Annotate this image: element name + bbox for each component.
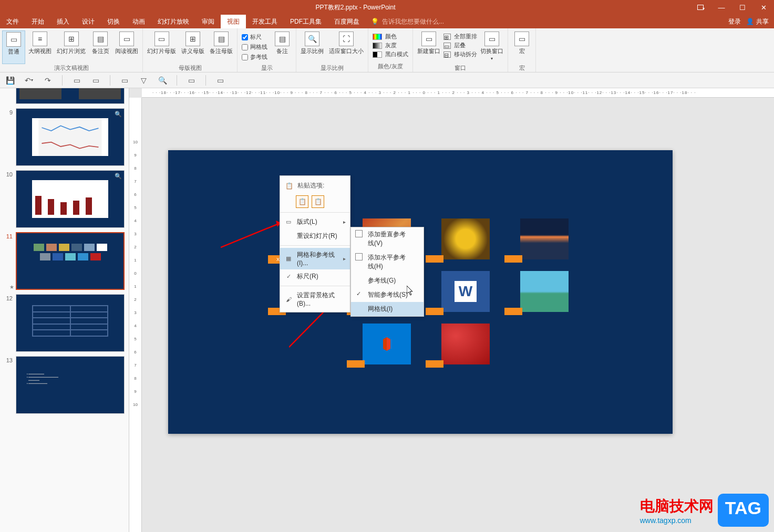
slide-sorter-button[interactable]: ⊞幻灯片浏览 [55,30,88,64]
notes-master-icon: ▤ [214,32,229,46]
menu-layout[interactable]: ▭ 版式(L) ▸ [280,215,350,229]
submenu-add-vertical[interactable]: 添加垂直参考线(V) [351,227,424,251]
handout-master-button[interactable]: ⊞讲义母版 [179,30,207,64]
notes-page-button[interactable]: ▤备注页 [89,30,112,64]
tab-home[interactable]: 开始 [25,15,50,28]
move-split-button[interactable]: ⊟移动拆分 [443,50,477,58]
cascade-button[interactable]: ▭层叠 [443,41,477,49]
fit-window-button[interactable]: ⛶适应窗口大小 [327,30,366,64]
tell-me-search[interactable]: 💡 告诉我您想要做什么... [366,15,449,28]
slide-tag[interactable] [426,360,443,368]
slide-image[interactable] [520,271,569,312]
zoom-icon: 🔍 [305,32,319,46]
tab-review[interactable]: 审阅 [195,15,221,28]
tab-developer[interactable]: 开发工具 [246,15,284,28]
paste-option-1[interactable]: 📋 [296,195,308,208]
slide-image[interactable] [441,218,490,259]
slide-image-office[interactable] [363,324,411,364]
login-button[interactable]: 登录 [728,17,741,26]
tab-animations[interactable]: 动画 [126,15,151,28]
slide-thumb-10[interactable]: 10 🔍 [0,168,129,230]
slide-thumb-13[interactable]: 13 • ━━━━━━━━━━• ━━━━━━━━━━━━━━━━━━━ ━━━… [0,354,129,416]
tab-pdf-tools[interactable]: PDF工具集 [284,15,328,28]
slide-master-button[interactable]: ▭幻灯片母版 [145,30,178,64]
undo-button[interactable]: ↶▾ [24,76,34,85]
zoom-icon: 🔍 [115,111,122,118]
redo-button[interactable]: ↷ [43,76,53,85]
vertical-ruler[interactable]: 10987654321012345678910 [129,98,142,532]
arrange-all-button[interactable]: ⊞全部重排 [443,33,477,40]
notes-button[interactable]: ▤备注 [271,30,294,64]
paste-option-2[interactable]: 📋 [312,195,324,208]
submenu-guides[interactable]: 参考线(G) [351,274,424,288]
slide-tag[interactable] [504,308,522,315]
qat-item-1[interactable]: ▭ [72,76,81,85]
ribbon-options-icon[interactable]: ▾ [690,0,711,15]
outline-view-button[interactable]: ≡大纲视图 [26,30,54,64]
save-button[interactable]: 💾 [5,76,15,85]
slide-thumb-8[interactable] [0,88,129,106]
slide-thumb-11[interactable]: 11 ★ [0,230,129,292]
group-zoom: 🔍显示比例 ⛶适应窗口大小 显示比例 [296,28,368,72]
guides-checkbox[interactable]: 参考线 [240,53,270,61]
tab-insert[interactable]: 插入 [50,15,76,28]
chevron-right-icon: ▸ [343,219,346,225]
slide-image-word[interactable]: W [441,271,490,312]
slide-thumb-12[interactable]: 12 [0,292,129,354]
macro-button[interactable]: ▭宏 [510,30,533,64]
submenu-gridlines[interactable]: 网格线(I) [351,302,424,316]
watermark: 电脑技术网 www.tagxp.com TAG [640,494,769,527]
slide-tag[interactable] [504,255,522,263]
slide-tag[interactable] [426,255,443,263]
notes-master-button[interactable]: ▤备注母版 [208,30,235,64]
tab-baidu[interactable]: 百度网盘 [328,15,366,28]
slide-tag[interactable] [426,308,443,315]
minimize-button[interactable]: — [711,0,732,15]
share-button[interactable]: 👤共享 [746,17,769,26]
menubar: 文件 开始 插入 设计 切换 动画 幻灯片放映 审阅 视图 开发工具 PDF工具… [0,15,774,28]
canvas-area[interactable]: XX 图表标题 小明小工 W [142,98,774,532]
menu-ruler[interactable]: ✓ 标尺(R) [280,269,350,284]
qat-item-6[interactable]: ▭ [187,76,196,85]
switch-window-button[interactable]: ▭切换窗口▾ [478,30,505,64]
reading-view-button[interactable]: ▭阅读视图 [113,30,140,64]
normal-view-button[interactable]: ▭普通 [2,30,25,64]
tab-view[interactable]: 视图 [221,15,246,28]
maximize-button[interactable]: ☐ [732,0,753,15]
horizontal-ruler[interactable]: · · ·18· · ·17· · ·16· · ·15· · ·14· · ·… [142,88,774,98]
main-area: 9 🔍 10 🔍 [0,88,774,532]
gridlines-checkbox[interactable]: 网格线 [240,43,270,51]
ruler-checkbox[interactable]: 标尺 [240,33,270,41]
qat-item-5[interactable]: 🔍 [158,76,167,85]
color-option[interactable]: 颜色 [373,33,408,40]
slide-image[interactable] [441,324,490,364]
tab-design[interactable]: 设计 [76,15,101,28]
qat-item-4[interactable]: ▽ [139,76,148,85]
slide-panel[interactable]: 9 🔍 10 🔍 [0,88,129,532]
reading-view-icon: ▭ [119,32,134,46]
qat-item-7[interactable]: ▭ [215,76,225,85]
new-window-button[interactable]: ▭新建窗口 [415,30,442,64]
switch-window-icon: ▭ [484,32,499,46]
qat-item-2[interactable]: ▭ [91,76,100,85]
slide-thumb-9[interactable]: 9 🔍 [0,106,129,168]
grayscale-option[interactable]: 灰度 [373,41,408,49]
split-icon: ⊟ [443,51,451,58]
close-button[interactable]: ✕ [753,0,774,15]
qat-item-3[interactable]: ▭ [120,76,129,85]
tab-slideshow[interactable]: 幻灯片放映 [151,15,195,28]
blackwhite-option[interactable]: 黑白模式 [373,50,408,58]
tab-transitions[interactable]: 切换 [101,15,126,28]
zoom-button[interactable]: 🔍显示比例 [298,30,326,64]
arrow-annotation [221,218,289,250]
menu-reset-slide[interactable]: 重设幻灯片(R) [280,229,350,243]
share-icon: 👤 [746,18,754,25]
submenu-add-horizontal[interactable]: 添加水平参考线(H) [351,251,424,274]
menu-format-background[interactable]: 🖌 设置背景格式(B)... [280,288,350,310]
tab-file[interactable]: 文件 [0,15,25,28]
slide-image[interactable] [520,218,569,259]
slide-tag[interactable] [347,360,365,368]
fit-window-icon: ⛶ [339,32,354,46]
menu-grid-guides[interactable]: ▦ 网格和参考线(I)... ▸ [280,248,350,269]
submenu-smart-guides[interactable]: ✓ 智能参考线(S) [351,288,424,302]
